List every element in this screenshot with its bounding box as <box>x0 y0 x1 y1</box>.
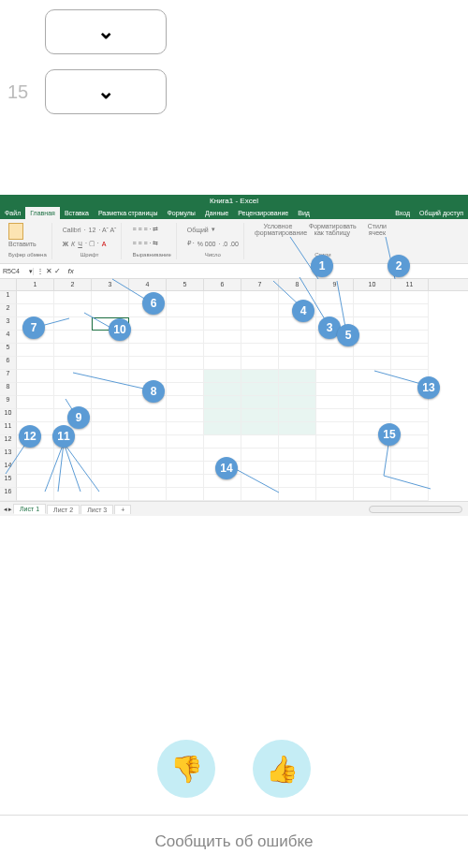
cell[interactable] <box>279 396 316 409</box>
cell[interactable] <box>129 317 167 331</box>
cell[interactable] <box>92 291 129 304</box>
cell[interactable] <box>316 344 354 357</box>
cell[interactable] <box>204 383 241 396</box>
dropdown-1[interactable]: ⌄ <box>45 9 167 54</box>
cell[interactable] <box>204 422 241 435</box>
cell[interactable] <box>279 317 316 331</box>
cell[interactable] <box>167 344 204 357</box>
row-header[interactable]: 7 <box>0 370 17 383</box>
cell[interactable] <box>204 409 241 422</box>
cell[interactable] <box>17 475 54 488</box>
cell[interactable] <box>54 449 92 462</box>
cell[interactable] <box>204 462 241 475</box>
cell[interactable] <box>354 291 391 304</box>
cell[interactable] <box>167 291 204 304</box>
row-header[interactable]: 13 <box>0 449 17 462</box>
cell[interactable] <box>354 357 391 370</box>
cell[interactable] <box>391 291 429 304</box>
cell[interactable] <box>204 449 241 462</box>
cell[interactable] <box>129 344 167 357</box>
cell[interactable] <box>54 370 92 383</box>
paste-icon[interactable] <box>8 223 23 240</box>
cell[interactable] <box>391 383 429 396</box>
cell[interactable] <box>54 357 92 370</box>
cell[interactable] <box>279 331 316 344</box>
cell[interactable] <box>279 475 316 488</box>
cell[interactable] <box>354 331 391 344</box>
cell[interactable] <box>167 317 204 331</box>
col-header[interactable]: 11 <box>391 279 429 290</box>
cell[interactable] <box>167 462 204 475</box>
cell[interactable] <box>129 331 167 344</box>
cell[interactable] <box>204 396 241 409</box>
cell[interactable] <box>92 344 129 357</box>
cell[interactable] <box>17 396 54 409</box>
cell[interactable] <box>204 304 241 317</box>
cell[interactable] <box>17 344 54 357</box>
cell[interactable] <box>17 304 54 317</box>
col-header[interactable]: 7 <box>241 279 279 290</box>
cell[interactable] <box>241 449 279 462</box>
cell[interactable] <box>167 435 204 449</box>
row-header[interactable]: 3 <box>0 317 17 331</box>
tab-review[interactable]: Рецензирование <box>233 207 293 219</box>
cell[interactable] <box>17 357 54 370</box>
thumbs-up-button[interactable]: 👍 <box>253 740 311 798</box>
cell[interactable] <box>279 291 316 304</box>
cell[interactable] <box>129 409 167 422</box>
cell[interactable] <box>129 475 167 488</box>
cell[interactable] <box>241 462 279 475</box>
cell[interactable] <box>316 475 354 488</box>
cell[interactable] <box>92 409 129 422</box>
cell[interactable] <box>167 370 204 383</box>
cell[interactable] <box>316 435 354 449</box>
tab-home[interactable]: Главная <box>25 207 60 219</box>
cell[interactable] <box>54 462 92 475</box>
cell[interactable] <box>167 331 204 344</box>
cell[interactable] <box>391 344 429 357</box>
col-header[interactable]: 2 <box>54 279 92 290</box>
cell[interactable] <box>54 475 92 488</box>
cell[interactable] <box>354 383 391 396</box>
cell[interactable] <box>354 409 391 422</box>
cell[interactable] <box>241 344 279 357</box>
cell[interactable] <box>354 396 391 409</box>
sheet-tab-2[interactable]: Лист 2 <box>47 505 80 514</box>
cell[interactable] <box>54 422 92 435</box>
font-size[interactable]: 12 <box>89 227 96 233</box>
row-header[interactable]: 2 <box>0 304 17 317</box>
cell[interactable] <box>391 488 429 501</box>
cell[interactable] <box>54 317 92 331</box>
cell[interactable] <box>316 488 354 501</box>
cell[interactable] <box>17 317 54 331</box>
cell[interactable] <box>129 422 167 435</box>
cond-format[interactable]: Условное форматирование <box>255 223 301 236</box>
cell[interactable] <box>129 383 167 396</box>
cell[interactable] <box>204 370 241 383</box>
col-header[interactable]: 8 <box>279 279 316 290</box>
cell[interactable] <box>167 357 204 370</box>
col-header[interactable]: 1 <box>17 279 54 290</box>
cell[interactable] <box>391 317 429 331</box>
cell[interactable] <box>54 409 92 422</box>
cell[interactable] <box>54 396 92 409</box>
cell[interactable] <box>54 488 92 501</box>
cell[interactable] <box>204 488 241 501</box>
cell[interactable] <box>279 344 316 357</box>
cell[interactable] <box>17 449 54 462</box>
cell[interactable] <box>92 357 129 370</box>
fx-label[interactable]: fx <box>64 267 77 275</box>
cell[interactable] <box>241 291 279 304</box>
cell[interactable] <box>391 475 429 488</box>
cell[interactable] <box>204 317 241 331</box>
cell[interactable] <box>354 370 391 383</box>
cell[interactable] <box>391 331 429 344</box>
cell[interactable] <box>279 304 316 317</box>
row-header[interactable]: 6 <box>0 357 17 370</box>
report-error-link[interactable]: Сообщить об ошибке <box>0 815 468 868</box>
cell[interactable] <box>391 409 429 422</box>
cell[interactable] <box>129 291 167 304</box>
cell[interactable] <box>92 396 129 409</box>
cell[interactable] <box>92 370 129 383</box>
cell[interactable] <box>241 422 279 435</box>
